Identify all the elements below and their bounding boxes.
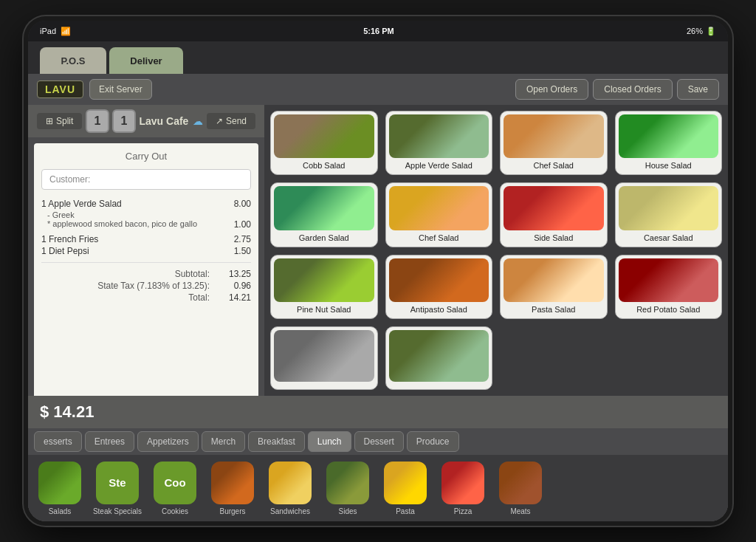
sub-cat-image — [441, 462, 484, 504]
menu-item-card[interactable] — [385, 326, 493, 390]
open-orders-button[interactable]: Open Orders — [515, 79, 588, 100]
category-tab-4[interactable]: Breakfast — [248, 431, 305, 452]
menu-item-image — [504, 258, 604, 302]
order-num-1: 1 — [86, 109, 109, 133]
category-tab-6[interactable]: Dessert — [354, 431, 404, 452]
save-button[interactable]: Save — [677, 79, 719, 100]
sub-cat-image — [211, 462, 254, 504]
menu-item-card[interactable]: House Salad — [615, 111, 723, 175]
menu-item-card[interactable]: Red Potato Salad — [615, 255, 723, 319]
category-tab-2[interactable]: Appetizers — [137, 431, 199, 452]
sub-cat-image — [499, 462, 542, 504]
menu-item-card[interactable]: Antipasto Salad — [385, 255, 493, 319]
main-content: ⊞ Split 1 1 Lavu Cafe ☁ ↗ — [28, 105, 728, 521]
category-tab-7[interactable]: Produce — [407, 431, 459, 452]
menu-item-image — [389, 114, 489, 158]
sub-cat-label: Pasta — [396, 507, 415, 515]
tab-pos[interactable]: P.O.S — [40, 47, 106, 74]
order-num-2: 1 — [112, 109, 136, 133]
sub-cat-label: Meats — [510, 507, 530, 515]
order-item-2[interactable]: 1 French Fries 2.75 — [41, 234, 251, 244]
toolbar: LAVU Exit Server Open Orders Closed Orde… — [28, 74, 728, 105]
status-bar: iPad 📶 5:16 PM 26% 🔋 — [28, 21, 728, 41]
closed-orders-button[interactable]: Closed Orders — [593, 79, 672, 100]
menu-item-card[interactable]: Garden Salad — [270, 182, 378, 247]
menu-item-label: Pasta Salad — [530, 305, 577, 315]
split-label: Split — [56, 116, 73, 126]
send-label: Send — [226, 116, 247, 126]
order-panel: ⊞ Split 1 1 Lavu Cafe ☁ ↗ — [28, 105, 264, 396]
tab-deliver[interactable]: Deliver — [109, 47, 183, 74]
customer-field[interactable]: Customer: — [41, 169, 251, 190]
ipad-frame: iPad 📶 5:16 PM 26% 🔋 P.O.S Deliver LAVU … — [24, 16, 732, 526]
menu-item-card[interactable]: Pasta Salad — [500, 255, 608, 319]
menu-item-image — [619, 114, 719, 158]
sub-category-bar: SaladsSteSteak SpecialsCooCookiesBurgers… — [28, 455, 728, 521]
menu-item-label: Garden Salad — [298, 233, 351, 244]
item-1-name: 1 Apple Verde Salad — [41, 199, 221, 209]
menu-item-label: Red Potato Salad — [635, 305, 701, 315]
total-display: $ 14.21 — [40, 402, 94, 422]
send-button[interactable]: ↗ Send — [207, 113, 255, 129]
menu-item-card[interactable]: Side Salad — [500, 182, 608, 247]
sub-category-item-5[interactable]: Sides — [322, 462, 374, 515]
menu-item-card[interactable] — [270, 326, 378, 390]
category-tab-5[interactable]: Lunch — [308, 431, 351, 452]
sub-category-item-6[interactable]: Pasta — [379, 462, 431, 515]
sub-cat-image — [269, 462, 312, 504]
menu-item-image — [504, 186, 604, 230]
split-icon: ⊞ — [46, 116, 53, 126]
menu-item-card[interactable]: Pine Nut Salad — [270, 255, 378, 319]
sub-category-item-1[interactable]: SteSteak Specials — [92, 462, 143, 515]
menu-item-label: Caesar Salad — [642, 233, 695, 244]
menu-item-label — [437, 385, 440, 386]
content-area: ⊞ Split 1 1 Lavu Cafe ☁ ↗ — [28, 105, 728, 396]
category-tab-1[interactable]: Entrees — [85, 431, 134, 452]
sub-category-item-4[interactable]: Sandwiches — [264, 462, 316, 515]
menu-item-label: Pine Nut Salad — [295, 305, 352, 315]
ipad-label: iPad — [40, 27, 56, 35]
wifi-icon: 📶 — [61, 27, 71, 36]
exit-server-button[interactable]: Exit Server — [89, 79, 152, 100]
sub-category-item-3[interactable]: Burgers — [207, 462, 258, 515]
menu-item-card[interactable]: Chef Salad — [500, 111, 608, 175]
split-button[interactable]: ⊞ Split — [37, 113, 82, 129]
menu-item-card[interactable]: Apple Verde Salad — [385, 111, 493, 175]
tax-label: State Tax (7.183% of 13.25): — [97, 281, 210, 291]
order-number-area: 1 1 — [86, 109, 136, 133]
sub-cat-image — [384, 462, 427, 504]
menu-panel: Cobb SaladApple Verde SaladChef SaladHou… — [264, 105, 728, 396]
sub-category-item-8[interactable]: Meats — [495, 462, 546, 515]
menu-item-card[interactable]: Caesar Salad — [615, 182, 723, 247]
sub-category-item-2[interactable]: CooCookies — [149, 462, 201, 515]
category-tab-0[interactable]: esserts — [34, 431, 82, 452]
battery-label: 26% — [687, 27, 703, 35]
menu-item-card[interactable]: Cobb Salad — [270, 111, 378, 175]
category-tab-3[interactable]: Merch — [202, 431, 245, 452]
subtotal-label: Subtotal: — [175, 269, 210, 279]
bottom-total-bar: $ 14.21 — [28, 396, 728, 428]
order-item-1[interactable]: 1 Apple Verde Salad 8.00 — [41, 199, 251, 209]
tax-row: State Tax (7.183% of 13.25): 0.96 — [41, 281, 251, 291]
sub-cat-label: Burgers — [219, 507, 245, 515]
subtotal-row: Subtotal: 13.25 — [41, 269, 251, 279]
order-item-3[interactable]: 1 Diet Pepsi 1.50 — [41, 246, 251, 256]
category-tabs: essertsEntreesAppetizersMerchBreakfastLu… — [28, 428, 728, 455]
cloud-icon: ☁ — [193, 115, 203, 127]
menu-item-image — [274, 114, 374, 158]
clock: 5:16 PM — [363, 27, 394, 35]
sub-cat-label: Pizza — [454, 507, 472, 515]
menu-item-label: Chef Salad — [417, 233, 460, 244]
sub-category-item-0[interactable]: Salads — [34, 462, 86, 515]
menu-grid: Cobb SaladApple Verde SaladChef SaladHou… — [264, 105, 728, 396]
order-sheet: Carry Out Customer: 1 Apple Verde Salad … — [34, 143, 258, 396]
menu-item-label: Cobb Salad — [301, 161, 347, 171]
item-1-mod-row: * applewood smoked bacon, pico de gallo … — [41, 219, 251, 230]
sub-category-item-7[interactable]: Pizza — [437, 462, 489, 515]
cafe-name: Lavu Cafe — [139, 115, 188, 127]
menu-item-card[interactable]: Chef Salad — [385, 182, 493, 247]
menu-item-image — [274, 330, 374, 382]
item-2-price: 2.75 — [221, 234, 251, 244]
order-totals: Subtotal: 13.25 State Tax (7.183% of 13.… — [41, 269, 251, 303]
menu-item-image — [389, 258, 489, 302]
